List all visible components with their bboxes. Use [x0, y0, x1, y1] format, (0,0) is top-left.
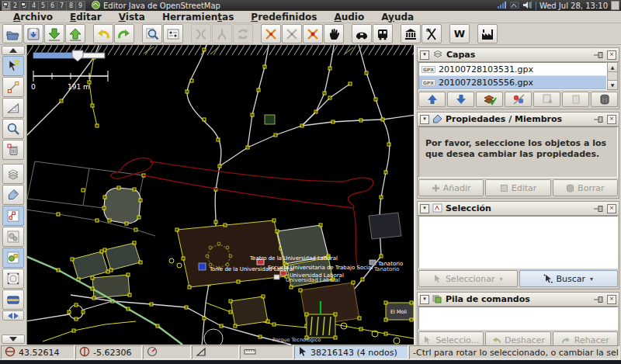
tray-app-icon[interactable]	[510, 1, 519, 10]
workspace-2[interactable]: 2	[11, 1, 20, 11]
layer-list-scrollbar[interactable]: ▲ ▼	[607, 62, 618, 90]
author-dialog-toggle[interactable]	[2, 289, 24, 310]
layer-row[interactable]: GPX 20100728103531.gpx	[419, 63, 606, 76]
bus-poi-button[interactable]	[373, 24, 393, 43]
workspace-3[interactable]: 3	[20, 1, 29, 11]
workspace-1[interactable]: 1	[2, 1, 11, 11]
select-mode-button[interactable]	[2, 56, 24, 76]
angle-tool-button[interactable]	[2, 98, 24, 118]
volume-icon[interactable]	[522, 1, 533, 11]
menu-audio[interactable]: Audio	[325, 12, 373, 23]
restaurant-poi-button[interactable]	[422, 24, 442, 43]
layers-icon	[432, 47, 443, 62]
pin-icon[interactable]	[594, 47, 604, 62]
layer-move-down-button[interactable]	[447, 92, 474, 107]
layers-dialog-toggle[interactable]	[2, 164, 24, 184]
layer-merge-button-disabled[interactable]	[533, 92, 560, 107]
combine-way-button-disabled[interactable]	[191, 24, 211, 43]
workspace-7[interactable]: 7	[57, 1, 67, 11]
close-icon[interactable]: ×	[607, 204, 616, 213]
scrollbar-up-icon[interactable]: ▲	[608, 63, 617, 72]
bank-poi-button[interactable]	[401, 24, 421, 43]
network-signal-icon[interactable]	[498, 1, 507, 10]
zoom-search-button[interactable]	[142, 24, 162, 43]
properties-panel-header[interactable]: ▾ Propiedades / Miembros ×	[418, 113, 619, 127]
workspace-pager[interactable]: 1 2 3 4 5 6 7 8 9	[2, 1, 85, 11]
pin-icon[interactable]	[594, 112, 604, 127]
history-dialog-toggle[interactable]	[2, 310, 24, 321]
workspace-6[interactable]: 6	[48, 1, 57, 11]
layer-duplicate-button-disabled[interactable]	[562, 92, 589, 107]
zoom-mode-button[interactable]	[2, 119, 24, 139]
car-poi-button[interactable]	[352, 24, 372, 43]
workspace-9[interactable]: 9	[76, 1, 85, 11]
menu-predefinidos[interactable]: Predefinidos	[242, 12, 325, 23]
collapse-icon[interactable]: ▾	[420, 115, 429, 124]
collapse-icon[interactable]: ▾	[420, 295, 429, 304]
workspace-5[interactable]: 5	[39, 1, 48, 11]
collapse-icon[interactable]: ▾	[420, 50, 429, 60]
undo-button[interactable]	[93, 24, 113, 43]
layer-opacity-button[interactable]	[505, 92, 532, 107]
level-crossing-tool-button[interactable]	[303, 24, 323, 43]
redo-button[interactable]	[114, 24, 134, 43]
close-icon[interactable]: ×	[607, 50, 616, 60]
factory-poi-button[interactable]	[477, 24, 498, 43]
layer-move-up-button[interactable]	[418, 92, 446, 107]
download-button[interactable]	[44, 24, 64, 43]
conflict-dialog-toggle[interactable]	[2, 269, 24, 289]
scroll-down-button[interactable]	[2, 335, 25, 344]
command-stack-header[interactable]: ▾ Pila de comandos ×	[418, 293, 619, 307]
search-button[interactable]: Buscar▾	[519, 270, 619, 287]
pan-hand-button[interactable]	[324, 24, 344, 43]
building-selected-1[interactable]	[102, 186, 142, 225]
workspace-8[interactable]: 8	[67, 1, 76, 11]
map-canvas[interactable]: Teatro de la Universidad Laboral Escuela…	[27, 45, 414, 345]
junction-tool-button[interactable]	[261, 24, 281, 43]
command-stack-panel: ▾ Pila de comandos × Seleccio... Deshace…	[417, 292, 619, 351]
menu-herramientas[interactable]: Herramientas	[154, 12, 242, 23]
window-title-bar[interactable]: Editor Java de OpenStreetMap	[92, 1, 220, 11]
selection-list[interactable]	[418, 216, 618, 269]
layers-panel-header[interactable]: ▾ Capas ×	[418, 48, 619, 62]
save-button[interactable]	[23, 24, 43, 43]
menu-ayuda[interactable]: Ayuda	[373, 12, 422, 23]
selection-dialog-toggle[interactable]	[2, 206, 24, 226]
building-laboral-main[interactable]	[175, 219, 288, 289]
pin-icon[interactable]	[594, 292, 604, 307]
workspace-4[interactable]: 4	[29, 1, 39, 11]
open-button[interactable]	[2, 24, 23, 43]
close-icon[interactable]: ×	[607, 295, 616, 304]
select-button[interactable]: Seleccionar▾	[418, 270, 518, 287]
delete-mode-button[interactable]	[2, 140, 24, 160]
commands-dialog-toggle[interactable]	[2, 248, 24, 268]
close-icon[interactable]: ×	[607, 115, 616, 124]
preferences-button[interactable]	[163, 24, 183, 43]
scroll-up-button[interactable]	[2, 46, 25, 55]
menu-editar[interactable]: Editar	[61, 12, 110, 23]
update-data-button-disabled[interactable]	[233, 24, 253, 43]
scrollbar-thumb[interactable]	[608, 72, 617, 80]
menu-archivo[interactable]: Archivo	[5, 12, 61, 23]
layer-row-selected[interactable]: GPX 20100728105556.gpx	[419, 76, 606, 89]
crossing-tool-button[interactable]	[282, 24, 302, 43]
edit-property-button[interactable]: Editar	[485, 179, 550, 196]
layer-delete-button[interactable]	[591, 92, 618, 107]
split-way-button-disabled[interactable]	[212, 24, 232, 43]
collapse-icon[interactable]: ▾	[420, 204, 429, 213]
draw-mode-button[interactable]	[2, 77, 24, 97]
command-stack-list[interactable]	[418, 307, 618, 330]
properties-dialog-toggle[interactable]	[2, 185, 24, 205]
upload-button[interactable]	[65, 24, 85, 43]
selection-panel-header[interactable]: ▾ Selección ×	[418, 202, 619, 216]
layer-visibility-button[interactable]	[476, 92, 503, 107]
scrollbar-down-icon[interactable]: ▼	[608, 80, 617, 89]
wikipedia-button[interactable]: W	[449, 24, 470, 43]
show-desktop-button[interactable]	[611, 1, 619, 10]
pin-icon[interactable]	[594, 201, 604, 216]
relations-dialog-toggle[interactable]	[2, 227, 24, 247]
delete-property-button[interactable]: Borrar	[553, 179, 618, 196]
clock[interactable]: Wed Jul 28, 13:10	[539, 2, 608, 10]
add-property-button[interactable]: Añadir	[418, 179, 484, 196]
menu-vista[interactable]: Vista	[110, 12, 154, 23]
